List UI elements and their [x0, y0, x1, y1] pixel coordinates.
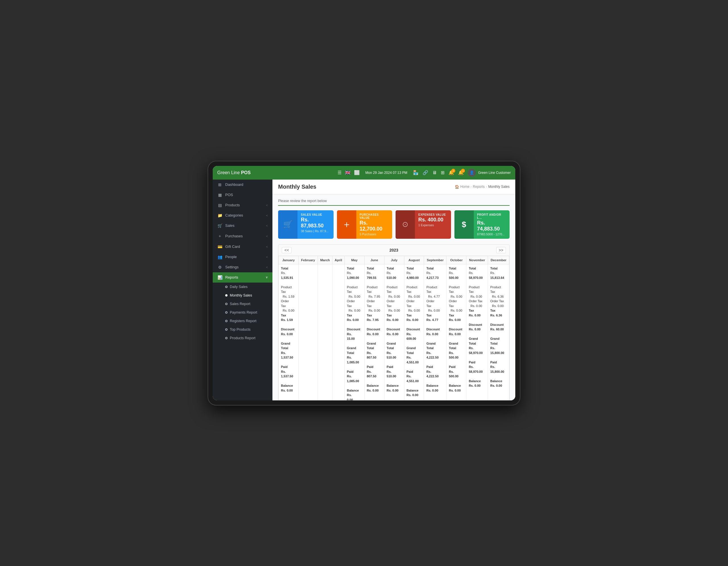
card-expenses-icon: ⊙ [396, 210, 415, 239]
datetime-display: Mon 29 Jan 2024 07:13 PM [365, 171, 407, 175]
card-purchases-content: PURCHASES VALUE Rs. 12,700.00 5 Purchase… [356, 210, 392, 239]
card-purchases-sub: 5 Purchases [360, 232, 389, 236]
username-label: Green Line Customer [478, 171, 511, 175]
card-profit-value: Rs. 74,883.50 [477, 220, 506, 232]
cell-january: Total Rs. 1,535.91 Product Tax Rs. 1.59 … [279, 264, 299, 400]
card-expenses-value: Rs. 400.00 [418, 217, 448, 223]
pos-icon: ▦ [217, 193, 222, 197]
sidebar: ⊞ Dashboard ▦ POS ▤ Products 📁 Categorie… [213, 179, 272, 400]
sidebar-label-products: Products [225, 203, 240, 207]
alert-count: 1 [461, 169, 465, 173]
label-registers-report: Registers Report [230, 319, 257, 323]
sidebar-item-registers-report[interactable]: Registers Report [213, 317, 272, 325]
categories-icon: 📁 [217, 213, 222, 218]
cell-february [298, 264, 318, 400]
col-may: May [344, 256, 364, 264]
cell-november: Total Rs. 58,970.00 Product Tax Rs. 0.00… [466, 264, 488, 400]
tablet-frame: Green Line POS ☰ 🇬🇧 ⬜ Mon 29 Jan 2024 07… [208, 161, 520, 406]
sidebar-label-sales: Sales [225, 223, 235, 228]
user-avatar: 👤 [468, 169, 476, 177]
col-april: April [332, 256, 344, 264]
share-icon[interactable]: 🔗 [423, 170, 428, 175]
table-header-row: January February March April May June Ju… [279, 256, 509, 264]
alert-bell[interactable]: 🔔 1 [458, 170, 464, 175]
label-payments-report: Payments Report [230, 311, 257, 315]
cell-march [318, 264, 332, 400]
card-sales-sub: 38 Sales | Rs. 87,9... [301, 229, 330, 233]
monthly-sales-table: January February March April May June Ju… [278, 256, 509, 400]
monitor-icon[interactable]: 🖥 [432, 170, 437, 175]
purchases-icon: ＋ [217, 233, 222, 239]
table-nav: << 2023 >> [278, 245, 509, 256]
sidebar-item-products[interactable]: ▤ Products [213, 200, 272, 210]
home-icon: 🏠 [455, 185, 459, 189]
sidebar-item-payments-report[interactable]: Payments Report [213, 308, 272, 317]
sidebar-item-sales[interactable]: 🛒 Sales [213, 220, 272, 231]
card-purchases-icon: ＋ [337, 210, 356, 239]
sidebar-item-giftcard[interactable]: 💳 Gift Card [213, 241, 272, 252]
dot-sales-report [225, 303, 227, 305]
card-purchases-label: PURCHASES VALUE [360, 213, 389, 219]
flag-icon[interactable]: 🇬🇧 [345, 170, 351, 175]
card-expenses-content: EXPENSES VALUE Rs. 400.00 1 Expenses [415, 210, 451, 239]
year-label: 2023 [291, 248, 496, 252]
label-daily-sales: Daily Sales [230, 285, 248, 289]
col-june: June [364, 256, 384, 264]
breadcrumb: 🏠 Home › Reports › Monthly Sales [455, 185, 510, 189]
col-november: November [466, 256, 488, 264]
grid-icon[interactable]: ⊞ [441, 170, 444, 175]
cell-august: Total Rs. 4,980.00 Product Tax Rs. 0.00 … [404, 264, 424, 400]
monthly-table-container: << 2023 >> January February March April [278, 244, 510, 400]
sidebar-label-people: People [225, 255, 237, 259]
user-menu[interactable]: 👤 Green Line Customer [468, 169, 511, 177]
cell-september: Total Rs. 4,217.73 Product Tax Rs. 4.77 … [424, 264, 446, 400]
reports-icon: 📊 [217, 275, 222, 280]
brand-logo: Green Line POS [217, 170, 251, 175]
sidebar-item-purchases[interactable]: ＋ Purchases [213, 231, 272, 241]
dot-monthly-sales [225, 294, 227, 297]
hamburger-icon[interactable]: ☰ [338, 170, 342, 175]
notification-bell[interactable]: 🔔 2 [448, 170, 454, 175]
store-icon[interactable]: 🏪 [413, 170, 419, 175]
sidebar-item-products-report[interactable]: Products Report [213, 334, 272, 342]
sidebar-reports-section[interactable]: 📊 Reports ∨ [213, 272, 272, 282]
topbar-actions: 🏪 🔗 🖥 ⊞ 🔔 2 🔔 1 👤 Green Line Customer [413, 169, 511, 177]
breadcrumb-home: Home [460, 185, 470, 189]
card-profit-sub: 87983.5000 - 1270... [477, 232, 506, 236]
dot-daily-sales [225, 286, 227, 288]
summary-cards: 🛒 SALES VALUE Rs. 87,983.50 38 Sales | R… [278, 210, 510, 239]
card-purchases-value: Rs. 12,700.00 [360, 220, 389, 232]
cell-october: Total Rs. 500.00 Product Tax Rs. 0.00 Or… [446, 264, 466, 400]
dashboard-icon: ⊞ [217, 182, 222, 187]
label-monthly-sales: Monthly Sales [230, 294, 252, 298]
card-expenses: ⊙ EXPENSES VALUE Rs. 400.00 1 Expenses [396, 210, 451, 239]
sidebar-item-top-products[interactable]: Top Products [213, 325, 272, 334]
sidebar-item-pos[interactable]: ▦ POS [213, 190, 272, 200]
cell-june: Total Rs. 799.55 Product Tax Rs. 7.95 Or… [364, 264, 384, 400]
card-sales-label: SALES VALUE [301, 213, 330, 216]
sidebar-item-categories[interactable]: 📁 Categories [213, 210, 272, 220]
col-july: July [384, 256, 404, 264]
col-august: August [404, 256, 424, 264]
notification-count: 2 [451, 169, 455, 173]
cell-may: Total Rs. 1,090.00 Product Tax Rs. 0.00 … [344, 264, 364, 400]
card-purchases: ＋ PURCHASES VALUE Rs. 12,700.00 5 Purcha… [337, 210, 392, 239]
sidebar-item-settings[interactable]: ⚙ Settings [213, 262, 272, 272]
content-header: Monthly Sales 🏠 Home › Reports › Monthly… [272, 179, 515, 194]
next-year-button[interactable]: >> [496, 247, 506, 253]
breadcrumb-sep1: › [471, 185, 472, 189]
square-icon[interactable]: ⬜ [354, 170, 360, 175]
sidebar-item-monthly-sales[interactable]: Monthly Sales [213, 291, 272, 300]
prev-year-button[interactable]: << [282, 247, 291, 253]
card-sales-value: Rs. 87,983.50 [301, 217, 330, 229]
sidebar-item-dashboard[interactable]: ⊞ Dashboard [213, 179, 272, 190]
topbar: Green Line POS ☰ 🇬🇧 ⬜ Mon 29 Jan 2024 07… [213, 166, 515, 179]
card-expenses-label: EXPENSES VALUE [418, 213, 448, 216]
card-sales-content: SALES VALUE Rs. 87,983.50 38 Sales | Rs.… [297, 210, 334, 239]
card-profit-icon: $ [454, 210, 474, 239]
col-march: March [318, 256, 332, 264]
sidebar-item-daily-sales[interactable]: Daily Sales [213, 282, 272, 291]
sidebar-item-sales-report[interactable]: Sales Report [213, 300, 272, 308]
sidebar-item-people[interactable]: 👥 People [213, 252, 272, 262]
people-icon: 👥 [217, 255, 222, 259]
